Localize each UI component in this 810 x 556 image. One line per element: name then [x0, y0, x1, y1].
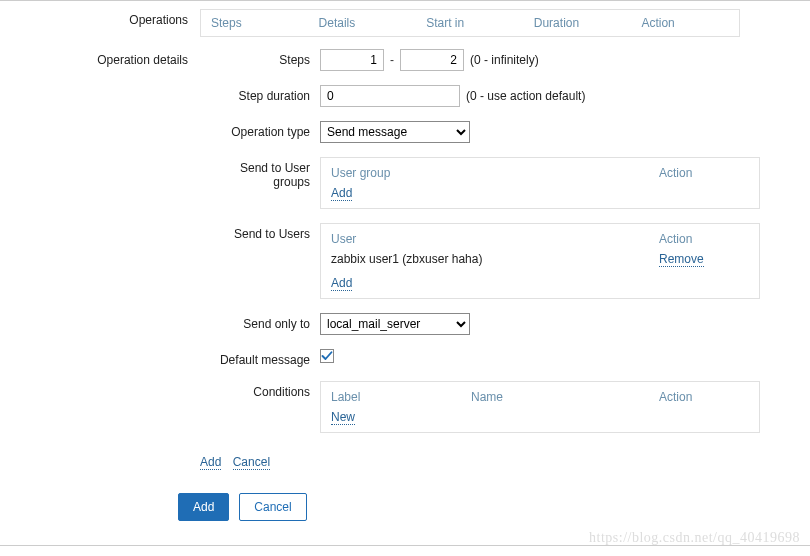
- operations-label: Operations: [0, 9, 200, 27]
- conditions-new-link[interactable]: New: [331, 410, 355, 425]
- steps-hint: (0 - infinitely): [470, 53, 539, 67]
- watermark-text: https://blog.csdn.net/qq_40419698: [589, 530, 800, 546]
- user-groups-col-action: Action: [659, 166, 749, 180]
- cancel-button[interactable]: Cancel: [239, 493, 306, 521]
- operation-type-label: Operation type: [200, 121, 320, 139]
- steps-from-input[interactable]: [320, 49, 384, 71]
- inline-add-link[interactable]: Add: [200, 455, 221, 470]
- conditions-box: Label Name Action New: [320, 381, 760, 433]
- conditions-label: Conditions: [200, 381, 320, 399]
- send-to-users-label: Send to Users: [200, 223, 320, 241]
- default-message-label: Default message: [200, 349, 320, 367]
- conditions-col-label: Label: [331, 390, 471, 404]
- conditions-col-name: Name: [471, 390, 659, 404]
- operations-table-header: Steps Details Start in Duration Action: [200, 9, 740, 37]
- users-col-action: Action: [659, 232, 749, 246]
- users-row: zabbix user1 (zbxuser haha) Remove: [331, 246, 749, 266]
- add-button[interactable]: Add: [178, 493, 229, 521]
- inline-cancel-link[interactable]: Cancel: [233, 455, 270, 470]
- send-only-to-select[interactable]: local_mail_server: [320, 313, 470, 335]
- steps-label: Steps: [200, 49, 320, 67]
- send-to-user-groups-label: Send to User groups: [200, 157, 320, 189]
- user-groups-col-group: User group: [331, 166, 659, 180]
- step-duration-label: Step duration: [200, 85, 320, 103]
- users-row-user: zabbix user1 (zbxuser haha): [331, 252, 659, 266]
- ops-col-action: Action: [631, 10, 739, 36]
- users-box: User Action zabbix user1 (zbxuser haha) …: [320, 223, 760, 299]
- send-only-to-label: Send only to: [200, 313, 320, 331]
- step-duration-input[interactable]: [320, 85, 460, 107]
- default-message-checkbox[interactable]: [320, 349, 334, 363]
- ops-col-details: Details: [309, 10, 417, 36]
- users-row-remove-link[interactable]: Remove: [659, 252, 704, 267]
- operation-type-select[interactable]: Send message: [320, 121, 470, 143]
- user-groups-add-link[interactable]: Add: [331, 186, 352, 201]
- user-groups-box: User group Action Add: [320, 157, 760, 209]
- operation-details-label: Operation details: [0, 49, 200, 67]
- ops-col-duration: Duration: [524, 10, 632, 36]
- users-col-user: User: [331, 232, 659, 246]
- users-add-link[interactable]: Add: [331, 276, 352, 291]
- check-icon: [321, 350, 333, 362]
- steps-to-input[interactable]: [400, 49, 464, 71]
- steps-dash: -: [390, 53, 394, 67]
- conditions-col-action: Action: [659, 390, 749, 404]
- step-duration-hint: (0 - use action default): [466, 89, 585, 103]
- ops-col-startin: Start in: [416, 10, 524, 36]
- ops-col-steps: Steps: [201, 10, 309, 36]
